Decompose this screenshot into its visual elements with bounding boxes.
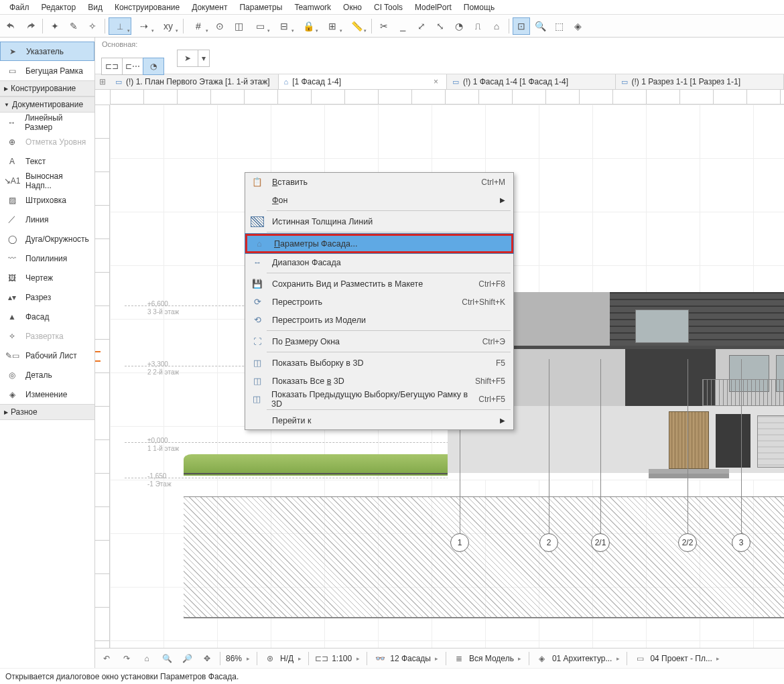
trim-button[interactable]: ⎯ — [394, 17, 411, 35]
tool-linear-dim[interactable]: ↔Линейный Размер — [0, 113, 94, 132]
menu-document[interactable]: Документ — [186, 1, 233, 13]
coords-button[interactable]: xy▾ — [157, 17, 180, 35]
context-menu-item[interactable]: ⟲Перестроить из Модели — [245, 311, 513, 329]
toolbox-category-document[interactable]: ▼Документирование — [0, 96, 94, 113]
tool-polyline[interactable]: 〰Полилиния — [0, 249, 94, 268]
home-icon[interactable]: ⌂ — [139, 651, 154, 666]
tool-section[interactable]: ▴▾Разрез — [0, 287, 94, 307]
view-tab[interactable]: ▭(!) 1. План Первого Этажа [1. 1-й этаж] — [110, 74, 279, 89]
3d-cutaway-button[interactable]: ◈ — [569, 17, 586, 35]
context-menu-item[interactable]: Перейти к▶ — [245, 411, 513, 429]
ruler-button[interactable]: 📏▾ — [345, 17, 368, 35]
redo-nav-icon[interactable]: ↷ — [119, 651, 134, 666]
zoom-out-icon[interactable]: 🔍 — [159, 651, 174, 666]
measure-button[interactable]: ✧ — [84, 17, 101, 35]
context-menu-item[interactable]: ◫Показать Выборку в 3DF5 — [245, 354, 513, 372]
menu-modelport[interactable]: ModelPort — [409, 1, 457, 13]
tool-line[interactable]: ／Линия — [0, 210, 94, 229]
menu-file[interactable]: Файл — [4, 1, 35, 13]
layer-combo[interactable]: ◈01 Архитектур...▸ — [535, 651, 622, 666]
cursor-mode-button[interactable]: ➤ — [177, 50, 198, 67]
element-snap-button[interactable]: ⊙ — [211, 17, 228, 35]
menu-separator — [267, 330, 511, 331]
select-mode-2[interactable]: ⊏⋯ — [122, 58, 143, 75]
undo-button[interactable] — [3, 17, 20, 35]
offset-button[interactable]: ⎍ — [469, 17, 486, 35]
menu-edit[interactable]: Редактор — [36, 1, 82, 13]
context-menu-item[interactable]: Фон▶ — [245, 191, 513, 209]
dim-button[interactable]: ⊟▾ — [273, 17, 296, 35]
context-menu-item[interactable]: 📋ВставитьCtrl+M — [245, 173, 513, 191]
zoom-level[interactable]: 86%▸ — [226, 654, 251, 663]
tool-pointer[interactable]: ➤ Указатель — [0, 42, 94, 61]
trace-button[interactable]: ◫ — [230, 17, 247, 35]
context-menu-item[interactable]: Истинная Толщина Линий — [245, 212, 513, 230]
menu-design[interactable]: Конструирование — [109, 1, 185, 13]
close-tab-icon[interactable]: × — [431, 77, 441, 86]
fillet-button[interactable]: ◔ — [450, 17, 468, 35]
cut-button[interactable]: ✂ — [375, 17, 393, 35]
menu-help[interactable]: Помощь — [458, 1, 500, 13]
tool-hatch[interactable]: ▨Штриховка — [0, 190, 94, 210]
undo-nav-icon[interactable]: ↶ — [99, 651, 114, 666]
view-set[interactable]: 👓12 Фасады▸ — [373, 651, 440, 666]
hatch-icon: ▨ — [5, 196, 19, 205]
context-menu-item[interactable]: ⌂Параметры Фасада... — [245, 234, 513, 253]
context-menu-item[interactable]: 💾Сохранить Вид и Разместить в МакетеCtrl… — [245, 275, 513, 293]
intersect-button[interactable]: ⤡ — [432, 17, 449, 35]
redo-button[interactable] — [21, 17, 39, 35]
context-menu-item[interactable]: ⛶По Размеру ОкнаCtrl+Э — [245, 332, 513, 350]
tool-elevation[interactable]: ▲Фасад — [0, 307, 94, 326]
elevation-view-icon: ▭ — [452, 78, 459, 86]
context-menu-item[interactable]: ◫Показать Все в 3DShift+F5 — [245, 372, 513, 390]
context-menu-item[interactable]: ⟳ПерестроитьCtrl+Shift+K — [245, 293, 513, 311]
toolbox-category-construct[interactable]: ▶Конструирование — [0, 80, 94, 96]
leader-icon: ↘A1 — [5, 176, 19, 186]
story-marker[interactable] — [95, 351, 101, 362]
chevron-right-icon: ▸ — [296, 655, 303, 662]
grid-snap-button[interactable]: #▾ — [187, 17, 210, 35]
orientation[interactable]: ⊛Н/Д▸ — [263, 651, 303, 666]
tool-text[interactable]: AТекст — [0, 151, 94, 171]
tab-grid-icon[interactable]: ⊞ — [95, 77, 110, 86]
view-tab[interactable]: ▭(!) 1 Фасад 1-4 [1 Фасад 1-4] — [447, 74, 616, 89]
tool-worksheet[interactable]: ✎▭Рабочий Лист — [0, 346, 94, 365]
filter-button[interactable]: ⬚ — [550, 17, 568, 35]
tool-leader[interactable]: ↘A1Выносная Надп... — [0, 171, 94, 190]
connect-button[interactable]: ⌂ — [488, 17, 505, 35]
view-tab[interactable]: ⌂[1 Фасад 1-4]× — [279, 74, 448, 89]
zoom-in-icon[interactable]: 🔎 — [180, 651, 194, 666]
tool-drawing[interactable]: 🖼Чертеж — [0, 268, 94, 287]
select-mode-3[interactable]: ◔ — [143, 58, 164, 75]
cursor-mode-dropdown[interactable]: ▾ — [198, 50, 210, 67]
lock-button[interactable]: 🔒▾ — [297, 17, 320, 35]
menu-window[interactable]: Окно — [338, 1, 367, 13]
menu-citools[interactable]: CI Tools — [369, 1, 408, 13]
context-menu-item[interactable]: ◫Показать Предыдущую Выборку/Бегущую Рам… — [245, 390, 513, 408]
pan-icon[interactable]: ✥ — [200, 651, 214, 666]
page-button[interactable]: ▭▾ — [249, 17, 271, 35]
select-all-button[interactable]: ⊡ — [513, 17, 530, 35]
menu-view[interactable]: Вид — [82, 1, 108, 13]
snap-guide-button[interactable]: ⇢▾ — [133, 17, 155, 35]
select-mode-1[interactable]: ⊏⊐ — [101, 58, 123, 75]
tool-marquee[interactable]: ▭ Бегущая Рамка — [0, 61, 94, 80]
model-filter[interactable]: ≣Вся Модель▸ — [452, 651, 523, 666]
tool-arc[interactable]: ◯Дуга/Окружность — [0, 229, 94, 249]
syringe-button[interactable]: ✎ — [65, 17, 82, 35]
menu-options[interactable]: Параметры — [234, 1, 287, 13]
layout-combo[interactable]: ▭04 Проект - Пл...▸ — [633, 651, 722, 666]
group-button[interactable]: ⊞▾ — [321, 17, 344, 35]
tool-change[interactable]: ◈Изменение — [0, 385, 94, 404]
view-tab[interactable]: ▭(!) 1 Разрез 1-1 [1 Разрез 1-1] — [616, 74, 785, 89]
find-button[interactable]: 🔍 — [531, 17, 549, 35]
menu-teamwork[interactable]: Teamwork — [289, 1, 336, 13]
split-button[interactable]: ⤢ — [413, 17, 430, 35]
scale[interactable]: ⊏⊐1:100▸ — [314, 651, 361, 666]
eyedropper-button[interactable]: ✦ — [46, 17, 64, 35]
separator — [42, 19, 43, 33]
toolbox-category-misc[interactable]: ▶Разное — [0, 404, 94, 420]
guideline-button[interactable]: ⟂▾ — [109, 17, 131, 35]
tool-detail[interactable]: ◎Деталь — [0, 365, 94, 385]
context-menu-item[interactable]: ↔Диапазон Фасада — [245, 253, 513, 271]
